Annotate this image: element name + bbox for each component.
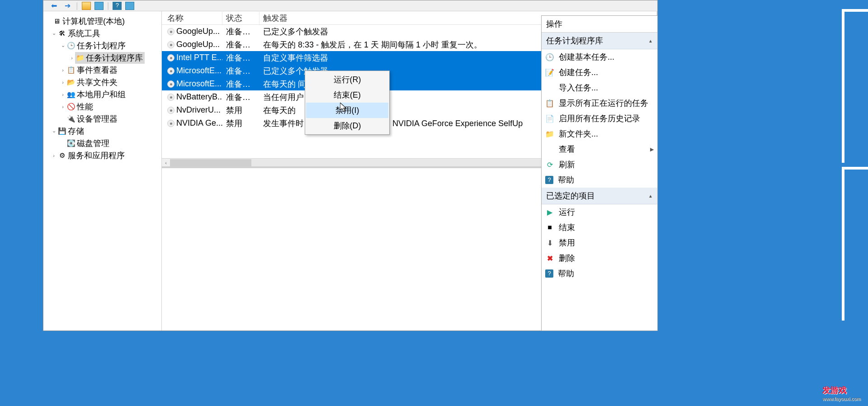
menu-run[interactable]: 运行(R) [306,72,388,87]
action-view[interactable]: 查看▶ [542,142,657,157]
tree-performance[interactable]: › 🚫性能 [43,100,161,113]
tree-label: 系统工具 [68,28,100,39]
task-name: GoogleUp... [176,40,220,49]
clock-icon: 🕒 [67,42,75,50]
tree-device-manager[interactable]: 🔌设备管理器 [43,113,161,125]
properties-icon[interactable] [94,2,104,10]
action-disable[interactable]: ⬇禁用 [542,235,657,250]
help-icon: ? [545,269,553,278]
tree-services-apps[interactable]: › ⚙服务和应用程序 [43,149,161,161]
nav-forward-button[interactable]: ➔ [62,1,72,10]
tree-label: 共享文件夹 [77,77,118,88]
submenu-arrow-icon: ▶ [650,146,654,152]
tree-local-users[interactable]: › 👥本地用户和组 [43,88,161,100]
menu-delete[interactable]: 删除(D) [306,118,388,133]
section-label: 已选定的项目 [546,190,595,201]
folder-icon: 📁 [76,54,84,62]
action-help2[interactable]: ?帮助 [542,266,657,281]
action-refresh[interactable]: ⟳刷新 [542,157,657,172]
collapse-icon[interactable]: ⌄ [51,128,57,134]
tree-task-scheduler[interactable]: ⌄ 🕒任务计划程序 [43,39,161,52]
tree-root[interactable]: 🖥计算机管理(本地) [43,15,161,27]
menu-end[interactable]: 结束(E) [306,87,388,103]
action-show-running[interactable]: 📋显示所有正在运行的任务 [542,95,657,111]
folder-up-icon[interactable] [82,2,91,10]
actions-section-library[interactable]: 任务计划程序库 ▲ [542,33,657,49]
collapse-icon[interactable]: ⌄ [51,30,57,36]
perf-icon: 🚫 [67,103,75,111]
tree-task-library[interactable]: › 📁任务计划程序库 [43,52,161,64]
task-icon: 📝 [545,68,554,77]
tree-disk-mgmt[interactable]: 💽磁盘管理 [43,137,161,149]
action-help[interactable]: ?帮助 [542,172,657,188]
services-icon: ⚙ [58,151,66,160]
tree-event-viewer[interactable]: › 📋事件查看器 [43,64,161,76]
expand-icon[interactable]: › [60,67,66,73]
action-delete[interactable]: ✖删除 [542,250,657,266]
panel-icon[interactable] [125,2,134,10]
collapse-caret-icon[interactable]: ▲ [648,38,653,43]
tools-icon: 🛠 [58,29,66,38]
tree-label: 任务计划程序库 [86,52,143,63]
task-icon [167,41,175,48]
disk-icon: 💽 [67,139,75,147]
running-icon: 📋 [545,99,554,108]
expand-icon[interactable]: › [60,104,66,109]
col-header-status[interactable]: 状态 [222,11,259,25]
expand-icon[interactable]: › [51,153,57,158]
actions-section-selected[interactable]: 已选定的项目 ▲ [542,188,657,204]
action-label: 新文件夹... [559,128,598,139]
action-enable-history[interactable]: 📄启用所有任务历史记录 [542,111,657,126]
action-label: 刷新 [559,159,575,170]
task-status: 准备就绪 [222,78,259,90]
delete-icon: ✖ [545,254,554,263]
share-icon: 📂 [67,78,75,86]
action-label: 删除 [559,253,575,264]
task-status: 准备就绪 [222,65,259,77]
task-status: 准备就绪 [222,38,259,51]
expand-icon[interactable]: › [60,80,66,85]
action-label: 显示所有正在运行的任务 [559,98,648,109]
action-label: 帮助 [558,268,574,279]
device-icon: 🔌 [67,115,75,123]
task-status: 准备就绪 [222,52,259,64]
menu-disable[interactable]: 禁用(I) [306,103,388,118]
expand-icon[interactable]: › [69,55,75,61]
nav-back-button[interactable]: ⬅ [49,1,59,10]
task-status: 禁用 [222,104,259,117]
task-icon [167,67,175,75]
task-icon [167,28,175,35]
col-header-name[interactable]: 名称 [164,11,222,25]
action-new-folder[interactable]: 📁新文件夹... [542,126,657,142]
action-run[interactable]: ▶运行 [542,204,657,220]
action-label: 运行 [559,207,575,217]
actions-title: 操作 [542,16,657,33]
scroll-left-icon[interactable]: ‹ [162,160,170,165]
task-icon [167,94,175,101]
computer-icon: 🖥 [52,17,61,25]
action-import[interactable]: 导入任务... [542,80,657,95]
task-name: NvBatteryB... [176,92,222,102]
action-label: 启用所有任务历史记录 [559,113,640,124]
expand-icon[interactable]: › [60,92,66,97]
tree-system-tools[interactable]: ⌄ 🛠系统工具 [43,27,161,39]
watermark-url: www.fayouxi.com [822,396,861,401]
scrollbar-thumb[interactable] [170,159,251,166]
action-label: 禁用 [559,237,575,248]
tree-storage[interactable]: ⌄ 💾存储 [43,125,161,137]
navigation-tree[interactable]: 🖥计算机管理(本地) ⌄ 🛠系统工具 ⌄ 🕒任务计划程序 › 📁任务计划程序库 … [43,11,162,330]
action-create-basic[interactable]: 🕒创建基本任务... [542,49,657,65]
tree-shared-folders[interactable]: › 📂共享文件夹 [43,76,161,88]
action-end[interactable]: ■结束 [542,220,657,235]
tree-label: 设备管理器 [77,113,118,124]
users-icon: 👥 [67,90,75,99]
action-label: 帮助 [558,175,574,185]
task-name: MicrosoftE... [176,66,222,76]
task-icon [167,80,175,88]
collapse-icon[interactable]: ⌄ [60,42,66,48]
watermark: 发游戏 www.fayouxi.com [822,382,861,401]
action-create-task[interactable]: 📝创建任务... [542,65,657,80]
action-label: 创建基本任务... [559,52,614,62]
collapse-caret-icon[interactable]: ▲ [648,194,653,198]
help-icon[interactable]: ? [113,2,122,10]
